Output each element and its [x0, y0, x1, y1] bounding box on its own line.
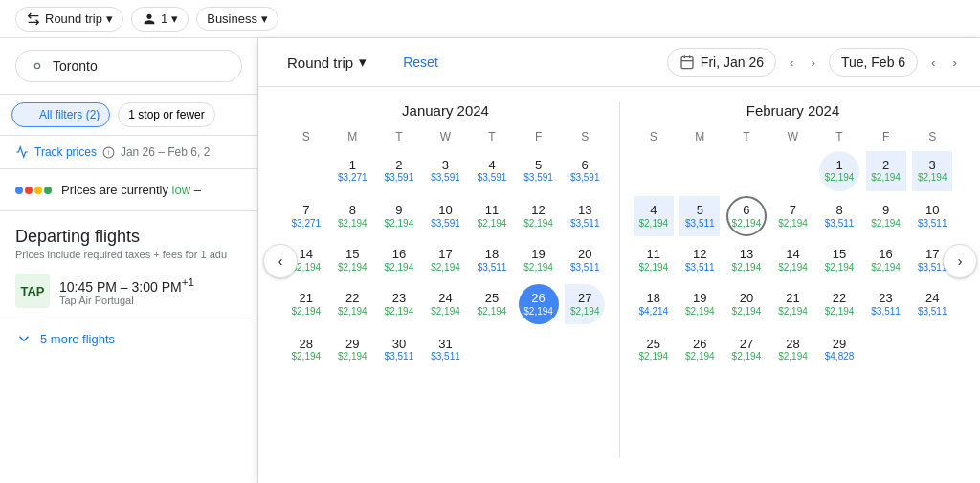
calendar-day[interactable]: 4 $3,591 [472, 151, 512, 191]
calendar-day[interactable]: 6 $2,194 [726, 196, 767, 236]
calendar-day[interactable]: 28 $2,194 [286, 330, 326, 370]
calendar-cell[interactable]: 22 $2,194 [329, 282, 376, 326]
calendar-cell[interactable]: 26 $2,194 [515, 282, 562, 326]
calendar-day[interactable]: 14 $2,194 [772, 240, 813, 280]
calendar-day[interactable]: 7 $2,194 [772, 196, 813, 236]
calendar-day[interactable]: 26 $2,194 [679, 330, 720, 370]
calendar-day[interactable]: 27 $2,194 [726, 330, 767, 370]
calendar-day[interactable]: 16 $2,194 [866, 240, 906, 280]
calendar-day[interactable]: 18 $3,511 [472, 240, 512, 280]
calendar-cell[interactable]: 29 $2,194 [329, 326, 376, 373]
calendar-cell[interactable]: 28 $2,194 [283, 326, 330, 373]
calendar-day[interactable]: 15 $2,194 [819, 240, 859, 280]
calendar-day[interactable]: 13 $3,511 [565, 196, 605, 236]
return-next-arrow[interactable]: › [949, 52, 961, 74]
calendar-day[interactable]: 3 $3,591 [425, 151, 465, 191]
reset-button[interactable]: Reset [391, 49, 450, 76]
calendar-cell[interactable]: 13 $2,194 [724, 238, 770, 282]
passengers-button[interactable]: 1 ▾ [131, 7, 189, 32]
calendar-day[interactable]: 11 $2,194 [634, 240, 674, 280]
calendar-day[interactable]: 10 $3,591 [425, 196, 465, 236]
calendar-cell[interactable]: 19 $2,194 [515, 238, 562, 282]
return-date-nav[interactable]: Tue, Feb 6 [829, 48, 918, 77]
calendar-day[interactable]: 23 $2,194 [379, 284, 419, 324]
calendar-cell[interactable]: 1 $3,271 [329, 147, 376, 194]
calendar-day[interactable]: 29 $4,828 [819, 330, 859, 370]
calendar-day[interactable]: 10 $3,511 [912, 196, 952, 236]
calendar-day[interactable]: 29 $2,194 [332, 330, 372, 370]
calendar-day[interactable]: 18 $4,214 [634, 284, 674, 324]
calendar-cell[interactable]: 12 $3,511 [677, 238, 724, 282]
calendar-day[interactable]: 2 $3,591 [379, 151, 419, 191]
depart-date-nav[interactable]: Fri, Jan 26 [667, 48, 776, 77]
calendar-cell[interactable]: 9 $2,194 [376, 194, 423, 238]
calendar-cell[interactable]: 11 $2,194 [631, 238, 678, 282]
depart-prev-arrow[interactable]: ‹ [786, 52, 797, 74]
calendar-cell[interactable]: 11 $2,194 [469, 194, 516, 238]
depart-next-arrow[interactable]: › [807, 52, 818, 74]
calendar-cell[interactable]: 2 $2,194 [862, 147, 909, 194]
calendar-cell[interactable]: 18 $3,511 [469, 238, 516, 282]
round-trip-button[interactable]: Round trip ▾ [15, 7, 123, 32]
calendar-day[interactable]: 25 $2,194 [634, 330, 674, 370]
all-filters-button[interactable]: All filters (2) [11, 102, 110, 127]
calendar-day[interactable]: 23 $3,511 [866, 284, 906, 324]
calendar-cell[interactable]: 15 $2,194 [816, 238, 863, 282]
calendar-cell[interactable]: 10 $3,511 [909, 194, 956, 238]
calendar-cell[interactable]: 14 $2,194 [769, 238, 816, 282]
calendar-cell[interactable]: 19 $2,194 [677, 282, 724, 326]
calendar-day[interactable]: 7 $3,271 [286, 196, 326, 236]
calendar-day[interactable]: 17 $2,194 [425, 240, 465, 280]
calendar-day[interactable]: 31 $3,511 [425, 330, 465, 370]
calendar-cell[interactable]: 27 $2,194 [562, 282, 609, 326]
calendar-day[interactable]: 30 $3,511 [379, 330, 419, 370]
calendar-day[interactable]: 12 $2,194 [519, 196, 559, 236]
calendar-day[interactable]: 15 $2,194 [332, 240, 372, 280]
calendar-day[interactable]: 1 $3,271 [332, 151, 372, 191]
calendar-day[interactable]: 28 $2,194 [772, 330, 813, 370]
next-month-arrow[interactable]: › [943, 244, 977, 278]
calendar-cell[interactable]: 15 $2,194 [329, 238, 376, 282]
calendar-cell[interactable]: 30 $3,511 [376, 326, 423, 373]
calendar-day[interactable]: 1 $2,194 [819, 151, 859, 191]
calendar-day[interactable]: 3 $2,194 [912, 151, 952, 191]
calendar-day[interactable]: 20 $2,194 [726, 284, 767, 324]
more-flights-button[interactable]: 5 more flights [0, 318, 257, 359]
calendar-cell[interactable]: 16 $2,194 [376, 238, 423, 282]
calendar-day[interactable]: 16 $2,194 [379, 240, 419, 280]
calendar-cell[interactable]: 3 $2,194 [909, 147, 956, 194]
trip-type-selector[interactable]: Round trip ▾ [278, 48, 376, 77]
calendar-day[interactable]: 11 $2,194 [472, 196, 512, 236]
calendar-day[interactable]: 19 $2,194 [519, 240, 559, 280]
calendar-cell[interactable]: 28 $2,194 [769, 326, 816, 373]
calendar-cell[interactable]: 23 $2,194 [376, 282, 423, 326]
calendar-day[interactable]: 13 $2,194 [726, 240, 767, 280]
calendar-day[interactable]: 22 $2,194 [332, 284, 372, 324]
calendar-cell[interactable]: 4 $3,591 [469, 147, 516, 194]
calendar-cell[interactable]: 1 $2,194 [816, 147, 863, 194]
calendar-day[interactable]: 2 $2,194 [866, 151, 906, 191]
calendar-day[interactable]: 5 $3,591 [519, 151, 559, 191]
calendar-day[interactable]: 20 $3,511 [565, 240, 605, 280]
calendar-cell[interactable]: 6 $3,591 [562, 147, 609, 194]
calendar-day[interactable]: 26 $2,194 [519, 284, 559, 324]
calendar-cell[interactable]: 7 $2,194 [769, 194, 816, 238]
calendar-day[interactable]: 5 $3,511 [679, 196, 720, 236]
calendar-cell[interactable]: 27 $2,194 [724, 326, 770, 373]
calendar-day[interactable]: 12 $3,511 [679, 240, 720, 280]
calendar-cell[interactable]: 5 $3,591 [515, 147, 562, 194]
calendar-cell[interactable]: 22 $2,194 [816, 282, 863, 326]
search-input-container[interactable]: Toronto [15, 50, 242, 82]
prev-month-arrow[interactable]: ‹ [263, 244, 298, 278]
return-prev-arrow[interactable]: ‹ [927, 52, 939, 74]
calendar-day[interactable]: 19 $2,194 [679, 284, 720, 324]
calendar-cell[interactable]: 9 $2,194 [862, 194, 909, 238]
calendar-day[interactable]: 4 $2,194 [634, 196, 674, 236]
calendar-cell[interactable]: 4 $2,194 [631, 194, 678, 238]
calendar-cell[interactable]: 20 $2,194 [724, 282, 770, 326]
calendar-cell[interactable]: 26 $2,194 [677, 326, 724, 373]
calendar-cell[interactable]: 8 $2,194 [329, 194, 376, 238]
calendar-cell[interactable]: 6 $2,194 [724, 194, 770, 238]
calendar-day[interactable]: 21 $2,194 [286, 284, 326, 324]
stops-filter-button[interactable]: 1 stop or fewer [118, 102, 214, 127]
